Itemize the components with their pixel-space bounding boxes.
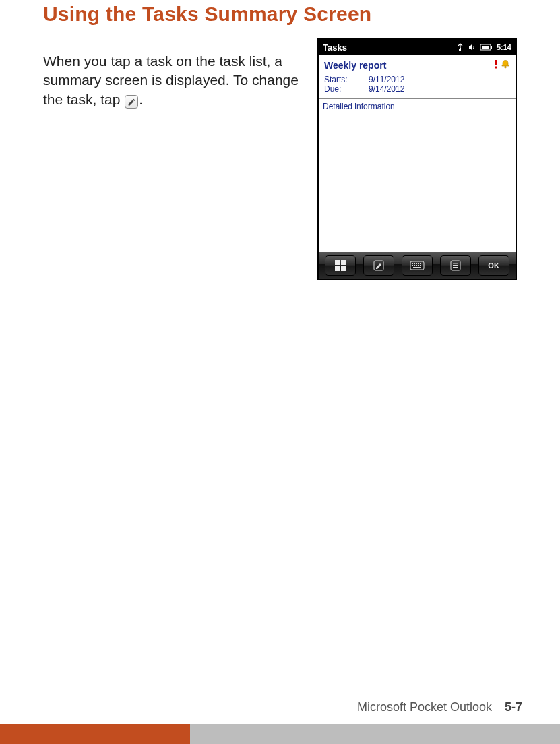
device-app-title: Tasks	[323, 42, 347, 53]
ok-button-label: OK	[488, 261, 499, 270]
task-starts-row: Starts: 9/11/2012	[324, 75, 510, 84]
keyboard-button[interactable]	[402, 255, 433, 276]
svg-rect-1	[459, 49, 460, 51]
svg-rect-22	[416, 265, 417, 266]
task-summary-header: Weekly report Starts: 9/11/2012	[319, 55, 516, 98]
task-detail-text: Detailed information	[323, 102, 395, 111]
page-heading: Using the Tasks Summary Screen	[43, 3, 517, 26]
due-value: 9/14/2012	[369, 84, 404, 94]
body-text-after: .	[139, 92, 143, 107]
svg-rect-7	[495, 67, 497, 69]
svg-rect-27	[453, 263, 458, 264]
edit-button[interactable]	[363, 255, 394, 276]
svg-rect-28	[453, 265, 458, 266]
footer-title: Microsoft Pocket Outlook	[357, 700, 492, 714]
svg-rect-4	[491, 46, 492, 49]
svg-rect-29	[453, 267, 458, 268]
task-detail-area[interactable]: Detailed information	[319, 98, 516, 252]
svg-rect-19	[420, 263, 421, 264]
task-due-row: Due: 9/14/2012	[324, 84, 510, 94]
svg-rect-25	[413, 267, 421, 268]
svg-rect-23	[418, 265, 419, 266]
device-bottombar: OK	[319, 252, 516, 279]
svg-rect-2	[460, 48, 461, 51]
svg-rect-24	[420, 265, 421, 266]
ok-button[interactable]: OK	[478, 255, 509, 276]
footer-page-number: 5-7	[505, 700, 522, 714]
svg-rect-21	[414, 265, 415, 266]
body-text-before: When you tap a task on the task list, a …	[43, 53, 299, 107]
svg-rect-6	[495, 60, 497, 65]
svg-rect-20	[412, 265, 413, 266]
starts-label: Starts:	[324, 75, 369, 84]
priority-high-icon	[493, 59, 499, 71]
svg-rect-15	[412, 263, 413, 264]
task-title: Weekly report	[324, 60, 493, 71]
svg-rect-5	[482, 46, 489, 49]
device-system-tray: 5:14	[456, 43, 511, 51]
svg-rect-0	[458, 49, 458, 51]
svg-rect-10	[341, 260, 346, 265]
footer-color-bar	[0, 724, 560, 744]
battery-icon	[480, 44, 493, 51]
svg-rect-9	[335, 260, 340, 265]
signal-icon	[456, 43, 464, 51]
svg-point-8	[505, 66, 507, 68]
device-clock: 5:14	[497, 43, 511, 51]
page-footer: Microsoft Pocket Outlook 5-7	[0, 700, 560, 744]
starts-value: 9/11/2012	[369, 75, 404, 84]
device-titlebar: Tasks 5:14	[319, 39, 516, 55]
device-screenshot: Tasks 5:14 Weekly report	[317, 38, 517, 280]
menu-button[interactable]	[440, 255, 471, 276]
edit-icon	[125, 95, 138, 108]
start-button[interactable]	[325, 255, 356, 276]
body-paragraph: When you tap a task on the task list, a …	[43, 52, 305, 109]
volume-icon	[468, 43, 476, 51]
reminder-bell-icon	[501, 59, 510, 71]
due-label: Due:	[324, 84, 369, 94]
svg-rect-16	[414, 263, 415, 264]
svg-rect-17	[416, 263, 417, 264]
svg-rect-11	[335, 266, 340, 271]
svg-rect-18	[418, 263, 419, 264]
svg-rect-12	[341, 266, 346, 271]
